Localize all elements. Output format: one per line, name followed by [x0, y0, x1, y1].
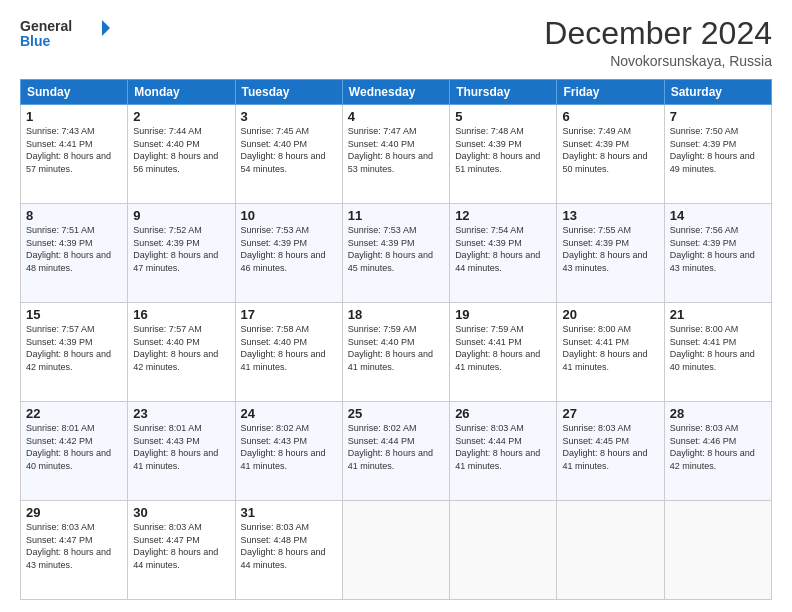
table-row: 12 Sunrise: 7:54 AM Sunset: 4:39 PM Dayl… [450, 204, 557, 303]
day-info: Sunrise: 8:03 AM Sunset: 4:46 PM Dayligh… [670, 422, 766, 472]
table-row: 1 Sunrise: 7:43 AM Sunset: 4:41 PM Dayli… [21, 105, 128, 204]
header: General Blue December 2024 Novokorsunska… [20, 16, 772, 69]
day-number: 30 [133, 505, 229, 520]
logo-svg: General Blue [20, 16, 110, 52]
day-number: 10 [241, 208, 337, 223]
col-saturday: Saturday [664, 80, 771, 105]
table-row: 24 Sunrise: 8:02 AM Sunset: 4:43 PM Dayl… [235, 402, 342, 501]
table-row: 28 Sunrise: 8:03 AM Sunset: 4:46 PM Dayl… [664, 402, 771, 501]
table-row: 6 Sunrise: 7:49 AM Sunset: 4:39 PM Dayli… [557, 105, 664, 204]
day-number: 16 [133, 307, 229, 322]
header-row: Sunday Monday Tuesday Wednesday Thursday… [21, 80, 772, 105]
table-row: 5 Sunrise: 7:48 AM Sunset: 4:39 PM Dayli… [450, 105, 557, 204]
table-row: 23 Sunrise: 8:01 AM Sunset: 4:43 PM Dayl… [128, 402, 235, 501]
calendar-row: 29 Sunrise: 8:03 AM Sunset: 4:47 PM Dayl… [21, 501, 772, 600]
day-number: 18 [348, 307, 444, 322]
day-info: Sunrise: 7:56 AM Sunset: 4:39 PM Dayligh… [670, 224, 766, 274]
day-number: 17 [241, 307, 337, 322]
calendar-row: 8 Sunrise: 7:51 AM Sunset: 4:39 PM Dayli… [21, 204, 772, 303]
table-row: 11 Sunrise: 7:53 AM Sunset: 4:39 PM Dayl… [342, 204, 449, 303]
day-number: 14 [670, 208, 766, 223]
calendar-row: 1 Sunrise: 7:43 AM Sunset: 4:41 PM Dayli… [21, 105, 772, 204]
svg-marker-2 [102, 20, 110, 36]
day-number: 20 [562, 307, 658, 322]
day-info: Sunrise: 8:03 AM Sunset: 4:47 PM Dayligh… [26, 521, 122, 571]
day-number: 2 [133, 109, 229, 124]
day-number: 23 [133, 406, 229, 421]
day-info: Sunrise: 7:54 AM Sunset: 4:39 PM Dayligh… [455, 224, 551, 274]
day-number: 11 [348, 208, 444, 223]
day-info: Sunrise: 7:58 AM Sunset: 4:40 PM Dayligh… [241, 323, 337, 373]
day-number: 24 [241, 406, 337, 421]
day-number: 3 [241, 109, 337, 124]
table-row: 7 Sunrise: 7:50 AM Sunset: 4:39 PM Dayli… [664, 105, 771, 204]
logo: General Blue [20, 16, 110, 52]
day-number: 7 [670, 109, 766, 124]
day-info: Sunrise: 7:47 AM Sunset: 4:40 PM Dayligh… [348, 125, 444, 175]
day-info: Sunrise: 8:01 AM Sunset: 4:43 PM Dayligh… [133, 422, 229, 472]
day-number: 15 [26, 307, 122, 322]
table-row [664, 501, 771, 600]
day-number: 28 [670, 406, 766, 421]
table-row: 18 Sunrise: 7:59 AM Sunset: 4:40 PM Dayl… [342, 303, 449, 402]
day-info: Sunrise: 7:45 AM Sunset: 4:40 PM Dayligh… [241, 125, 337, 175]
col-thursday: Thursday [450, 80, 557, 105]
day-number: 4 [348, 109, 444, 124]
col-sunday: Sunday [21, 80, 128, 105]
table-row: 4 Sunrise: 7:47 AM Sunset: 4:40 PM Dayli… [342, 105, 449, 204]
day-number: 21 [670, 307, 766, 322]
calendar-table: Sunday Monday Tuesday Wednesday Thursday… [20, 79, 772, 600]
table-row: 31 Sunrise: 8:03 AM Sunset: 4:48 PM Dayl… [235, 501, 342, 600]
day-info: Sunrise: 7:59 AM Sunset: 4:40 PM Dayligh… [348, 323, 444, 373]
day-number: 13 [562, 208, 658, 223]
day-info: Sunrise: 8:03 AM Sunset: 4:44 PM Dayligh… [455, 422, 551, 472]
day-number: 1 [26, 109, 122, 124]
svg-text:Blue: Blue [20, 33, 51, 49]
day-info: Sunrise: 8:03 AM Sunset: 4:45 PM Dayligh… [562, 422, 658, 472]
day-info: Sunrise: 7:57 AM Sunset: 4:39 PM Dayligh… [26, 323, 122, 373]
day-number: 22 [26, 406, 122, 421]
table-row: 20 Sunrise: 8:00 AM Sunset: 4:41 PM Dayl… [557, 303, 664, 402]
table-row: 13 Sunrise: 7:55 AM Sunset: 4:39 PM Dayl… [557, 204, 664, 303]
day-number: 25 [348, 406, 444, 421]
svg-text:General: General [20, 18, 72, 34]
calendar-row: 22 Sunrise: 8:01 AM Sunset: 4:42 PM Dayl… [21, 402, 772, 501]
day-info: Sunrise: 7:57 AM Sunset: 4:40 PM Dayligh… [133, 323, 229, 373]
day-info: Sunrise: 7:50 AM Sunset: 4:39 PM Dayligh… [670, 125, 766, 175]
day-info: Sunrise: 7:44 AM Sunset: 4:40 PM Dayligh… [133, 125, 229, 175]
day-info: Sunrise: 7:53 AM Sunset: 4:39 PM Dayligh… [348, 224, 444, 274]
day-info: Sunrise: 8:00 AM Sunset: 4:41 PM Dayligh… [562, 323, 658, 373]
day-info: Sunrise: 8:00 AM Sunset: 4:41 PM Dayligh… [670, 323, 766, 373]
day-number: 12 [455, 208, 551, 223]
month-title: December 2024 [544, 16, 772, 51]
day-info: Sunrise: 7:53 AM Sunset: 4:39 PM Dayligh… [241, 224, 337, 274]
day-number: 19 [455, 307, 551, 322]
table-row: 29 Sunrise: 8:03 AM Sunset: 4:47 PM Dayl… [21, 501, 128, 600]
day-number: 29 [26, 505, 122, 520]
table-row: 15 Sunrise: 7:57 AM Sunset: 4:39 PM Dayl… [21, 303, 128, 402]
day-info: Sunrise: 7:48 AM Sunset: 4:39 PM Dayligh… [455, 125, 551, 175]
col-wednesday: Wednesday [342, 80, 449, 105]
table-row: 8 Sunrise: 7:51 AM Sunset: 4:39 PM Dayli… [21, 204, 128, 303]
day-number: 6 [562, 109, 658, 124]
col-friday: Friday [557, 80, 664, 105]
table-row: 19 Sunrise: 7:59 AM Sunset: 4:41 PM Dayl… [450, 303, 557, 402]
day-number: 8 [26, 208, 122, 223]
table-row [342, 501, 449, 600]
day-info: Sunrise: 7:52 AM Sunset: 4:39 PM Dayligh… [133, 224, 229, 274]
table-row [557, 501, 664, 600]
table-row [450, 501, 557, 600]
day-info: Sunrise: 8:02 AM Sunset: 4:43 PM Dayligh… [241, 422, 337, 472]
title-block: December 2024 Novokorsunskaya, Russia [544, 16, 772, 69]
table-row: 14 Sunrise: 7:56 AM Sunset: 4:39 PM Dayl… [664, 204, 771, 303]
calendar-row: 15 Sunrise: 7:57 AM Sunset: 4:39 PM Dayl… [21, 303, 772, 402]
table-row: 30 Sunrise: 8:03 AM Sunset: 4:47 PM Dayl… [128, 501, 235, 600]
day-number: 9 [133, 208, 229, 223]
day-number: 31 [241, 505, 337, 520]
day-info: Sunrise: 7:49 AM Sunset: 4:39 PM Dayligh… [562, 125, 658, 175]
table-row: 25 Sunrise: 8:02 AM Sunset: 4:44 PM Dayl… [342, 402, 449, 501]
table-row: 27 Sunrise: 8:03 AM Sunset: 4:45 PM Dayl… [557, 402, 664, 501]
col-tuesday: Tuesday [235, 80, 342, 105]
col-monday: Monday [128, 80, 235, 105]
day-info: Sunrise: 7:51 AM Sunset: 4:39 PM Dayligh… [26, 224, 122, 274]
